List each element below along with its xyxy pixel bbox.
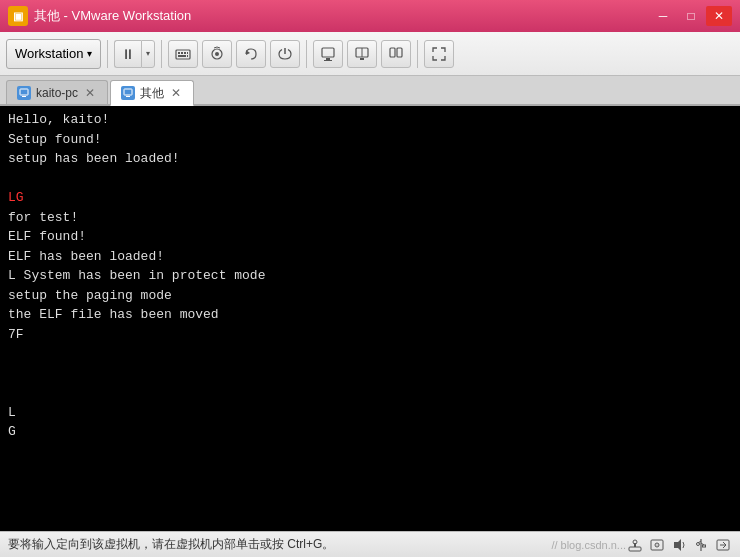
vm-view-button-3[interactable] (381, 40, 411, 68)
tab-kaito-pc[interactable]: kaito-pc ✕ (6, 80, 108, 104)
snapshot-icon (209, 46, 225, 62)
svg-marker-28 (674, 539, 681, 551)
fullscreen-icon (431, 46, 447, 62)
tab-close-other[interactable]: ✕ (169, 86, 183, 100)
snapshot-button[interactable] (202, 40, 232, 68)
screen-stretch-icon[interactable] (714, 536, 732, 554)
toolbar-divider-3 (306, 40, 307, 68)
svg-rect-17 (397, 48, 402, 57)
toolbar-divider-2 (161, 40, 162, 68)
svg-rect-0 (176, 50, 190, 59)
toolbar-divider-4 (417, 40, 418, 68)
pause-button[interactable]: ⏸ (114, 40, 141, 68)
toolbar-divider-1 (107, 40, 108, 68)
svg-point-8 (215, 52, 219, 56)
vm-view-3-icon (388, 46, 404, 62)
svg-point-27 (657, 544, 658, 545)
dropdown-arrow-icon: ▾ (87, 48, 92, 59)
svg-marker-9 (246, 50, 250, 55)
tab-icon-other (121, 86, 135, 100)
tab-label-other: 其他 (140, 85, 164, 102)
maximize-button[interactable]: □ (678, 6, 704, 26)
svg-rect-12 (324, 60, 332, 61)
tab-other[interactable]: 其他 ✕ (110, 80, 194, 106)
minimize-button[interactable]: ─ (650, 6, 676, 26)
tab-bar: kaito-pc ✕ 其他 ✕ (0, 76, 740, 106)
window-title: 其他 - VMware Workstation (34, 7, 191, 25)
send-ctrl-alt-del-button[interactable] (168, 40, 198, 68)
workstation-label: Workstation (15, 46, 83, 61)
audio-status-icon[interactable] (670, 536, 688, 554)
title-bar: ▣ 其他 - VMware Workstation ─ □ ✕ (0, 0, 740, 32)
fullscreen-button[interactable] (424, 40, 454, 68)
svg-rect-20 (124, 89, 132, 95)
svg-point-32 (697, 542, 700, 545)
revert-snapshot-button[interactable] (236, 40, 266, 68)
vm-view-button-2[interactable] (347, 40, 377, 68)
svg-rect-5 (178, 55, 186, 57)
status-bar: 要将输入定向到该虚拟机，请在虚拟机内部单击或按 Ctrl+G。 // blog.… (0, 531, 740, 557)
revert-icon (243, 46, 259, 62)
svg-rect-16 (390, 48, 395, 57)
svg-rect-33 (703, 545, 706, 547)
pause-dropdown-button[interactable]: ▾ (141, 40, 155, 68)
svg-rect-6 (187, 55, 188, 57)
tab-icon-kaito-pc (17, 86, 31, 100)
svg-rect-4 (187, 52, 188, 54)
svg-rect-10 (322, 48, 334, 57)
svg-rect-2 (181, 52, 183, 54)
vm-view-1-icon (320, 46, 336, 62)
window-controls: ─ □ ✕ (650, 6, 732, 26)
close-button[interactable]: ✕ (706, 6, 732, 26)
pause-button-group: ⏸ ▾ (114, 40, 155, 68)
svg-rect-21 (126, 96, 130, 97)
keyboard-icon (175, 46, 191, 62)
svg-rect-15 (360, 58, 364, 60)
workstation-menu-button[interactable]: Workstation ▾ (6, 39, 101, 69)
vm-terminal-output: Hello, kaito!Setup found!setup has been … (0, 106, 740, 446)
status-url-hint: // blog.csdn.n... (551, 539, 626, 551)
usb-status-icon[interactable] (692, 536, 710, 554)
svg-rect-11 (326, 58, 330, 60)
tab-label-kaito-pc: kaito-pc (36, 86, 78, 100)
svg-rect-18 (20, 89, 28, 95)
status-message: 要将输入定向到该虚拟机，请在虚拟机内部单击或按 Ctrl+G。 (8, 536, 551, 553)
svg-rect-19 (22, 96, 26, 97)
toolbar: Workstation ▾ ⏸ ▾ (0, 32, 740, 76)
network-status-icon[interactable] (626, 536, 644, 554)
title-bar-left: ▣ 其他 - VMware Workstation (8, 6, 191, 26)
logo-symbol: ▣ (13, 10, 23, 23)
vm-view-2-icon (354, 46, 370, 62)
vm-view-button-1[interactable] (313, 40, 343, 68)
power-button[interactable] (270, 40, 300, 68)
disk-status-icon[interactable] (648, 536, 666, 554)
svg-rect-22 (629, 547, 641, 551)
vm-screen-area[interactable]: Hello, kaito!Setup found!setup has been … (0, 106, 740, 531)
status-icons (626, 536, 732, 554)
vmware-logo-icon: ▣ (8, 6, 28, 26)
svg-rect-3 (184, 52, 186, 54)
power-icon (277, 46, 293, 62)
svg-rect-1 (178, 52, 180, 54)
tab-close-kaito-pc[interactable]: ✕ (83, 86, 97, 100)
